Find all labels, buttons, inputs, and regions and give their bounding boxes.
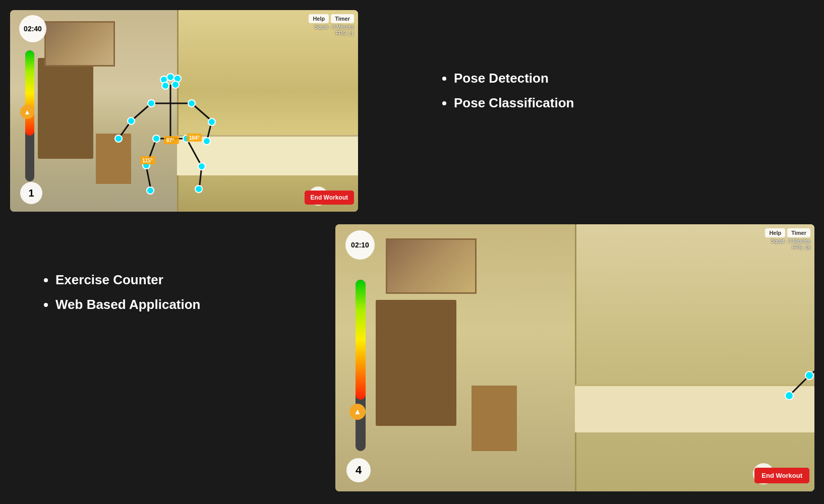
svg-point-27 bbox=[147, 187, 154, 194]
svg-point-28 bbox=[195, 185, 202, 193]
fps-display-top: FPS: 11 bbox=[336, 31, 354, 36]
svg-point-16 bbox=[172, 81, 179, 88]
svg-point-13 bbox=[167, 74, 174, 81]
svg-point-20 bbox=[208, 118, 215, 125]
svg-point-26 bbox=[198, 163, 205, 170]
svg-text:115°: 115° bbox=[142, 158, 153, 163]
workout-label-bottom: Squat - 3 Minutes bbox=[771, 238, 810, 244]
features-left: Exercise Counter Web Based Application bbox=[40, 272, 201, 322]
help-button-bottom[interactable]: Help bbox=[765, 228, 785, 237]
workout-label-top: Squat - 3 Minutes bbox=[315, 24, 354, 30]
fps-display-bottom: FPS: 18 bbox=[792, 245, 810, 250]
bar-arrow-bottom: ▲ bbox=[349, 404, 366, 420]
help-button-top[interactable]: Help bbox=[309, 14, 329, 23]
features-right: Pose Detection Pose Classification bbox=[439, 71, 574, 120]
bar-arrow-top: ▲ bbox=[20, 105, 34, 119]
counter-badge-top: 1 bbox=[20, 182, 42, 204]
svg-point-55 bbox=[805, 371, 813, 380]
features-left-list: Exercise Counter Web Based Application bbox=[40, 272, 201, 312]
progress-fill-top bbox=[25, 50, 34, 136]
counter-badge-bottom: 4 bbox=[346, 458, 371, 482]
timer-button-bottom[interactable]: Timer bbox=[787, 228, 810, 237]
svg-point-23 bbox=[153, 135, 160, 142]
end-workout-button-top[interactable]: End Workout bbox=[305, 191, 354, 205]
svg-point-21 bbox=[115, 135, 122, 142]
btn-row-top: Help Timer bbox=[309, 14, 354, 23]
bottom-video-panel: 92° ▲ 02:10 Help Timer Squat - 3 Minutes… bbox=[335, 224, 814, 491]
top-video-bg: 87° 104° 115° ▲ 02:40 Help Timer Squat -… bbox=[10, 10, 358, 212]
progress-fill-bottom bbox=[356, 280, 366, 400]
svg-point-17 bbox=[148, 100, 155, 107]
bottom-video-bg: 92° ▲ 02:10 Help Timer Squat - 3 Minutes… bbox=[335, 224, 814, 491]
feature-pose-classification: Pose Classification bbox=[454, 95, 574, 111]
timer-button-top[interactable]: Timer bbox=[331, 14, 354, 23]
svg-point-15 bbox=[162, 82, 169, 89]
svg-line-10 bbox=[187, 139, 202, 166]
top-controls-bottom: Help Timer Squat - 3 Minutes FPS: 18 bbox=[765, 228, 810, 250]
svg-point-18 bbox=[188, 100, 195, 107]
timer-display-top: 02:40 bbox=[19, 15, 46, 42]
svg-text:104°: 104° bbox=[189, 135, 200, 141]
top-controls-top: Help Timer Squat - 3 Minutes FPS: 11 bbox=[309, 14, 354, 36]
svg-text:87°: 87° bbox=[166, 138, 174, 143]
btn-row-bottom: Help Timer bbox=[765, 228, 810, 237]
timer-display-bottom: 02:10 bbox=[345, 230, 375, 260]
skeleton-bottom: 92° bbox=[335, 224, 814, 491]
top-video-panel: 87° 104° 115° ▲ 02:40 Help Timer Squat -… bbox=[10, 10, 358, 212]
svg-point-57 bbox=[785, 392, 793, 400]
feature-exercise-counter: Exercise Counter bbox=[55, 272, 201, 288]
skeleton-top: 87° 104° 115° bbox=[10, 10, 358, 212]
progress-bar-bottom bbox=[356, 280, 366, 451]
feature-pose-detection: Pose Detection bbox=[454, 71, 574, 86]
svg-point-19 bbox=[128, 117, 135, 124]
features-right-list: Pose Detection Pose Classification bbox=[439, 71, 574, 111]
svg-point-22 bbox=[203, 138, 210, 145]
feature-web-based: Web Based Application bbox=[55, 297, 201, 312]
end-workout-button-bottom[interactable]: End Workout bbox=[754, 468, 809, 483]
